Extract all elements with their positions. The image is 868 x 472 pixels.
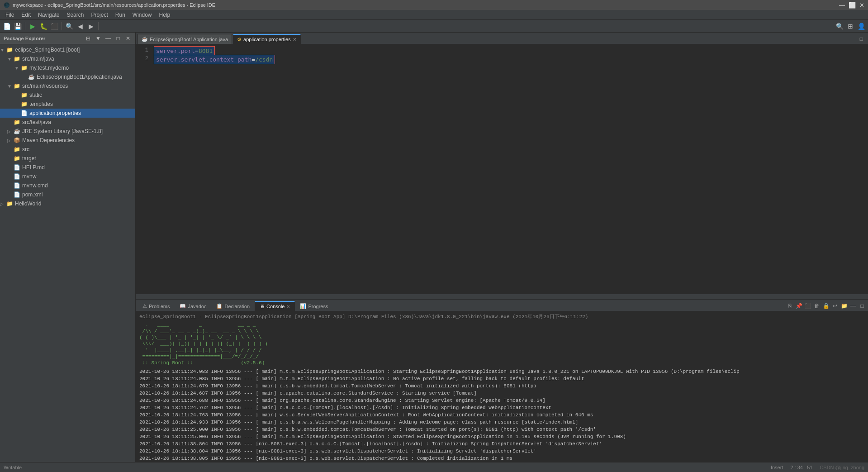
tree-item[interactable]: 📁static xyxy=(0,91,135,100)
tree-icon: ☕ xyxy=(14,128,20,134)
console-tab-icon: 🖥 xyxy=(260,304,265,309)
menu-help[interactable]: Help xyxy=(156,11,174,19)
tree-arrow: ▼ xyxy=(14,66,21,71)
console-log-line: 2021-10-26 18:11:25.000 INFO 13956 --- [… xyxy=(139,426,864,433)
debug-button[interactable]: 🐛 xyxy=(38,21,48,31)
menu-project[interactable]: Project xyxy=(87,11,111,19)
back-button[interactable]: ◀ xyxy=(75,21,85,31)
minimize-button[interactable]: — xyxy=(839,2,845,9)
console-log-line: 2021-10-26 18:11:25.006 INFO 13956 --- [… xyxy=(139,433,864,440)
console-scroll-lock-btn[interactable]: 🔒 xyxy=(822,302,830,310)
bottom-tabs-right: ⎘ 📌 ⬛ 🗑 🔒 ↩ 📁 — □ xyxy=(786,302,866,311)
tree-item[interactable]: ▼📁eclipse_SpringBoot1 [boot] xyxy=(0,45,135,54)
maximize-button[interactable]: ⬜ xyxy=(849,2,856,9)
tab-properties-file[interactable]: ⚙ application.properties ✕ xyxy=(233,34,301,44)
tree-label: mvnw.cmd xyxy=(22,182,48,189)
explorer-collapse-btn[interactable]: ⊟ xyxy=(85,35,92,42)
menu-navigate[interactable]: Navigate xyxy=(34,11,63,19)
console-open-file-btn[interactable]: 📁 xyxy=(840,302,848,310)
search-toolbar-button[interactable]: 🔍 xyxy=(64,21,74,31)
tree-item[interactable]: 📁templates xyxy=(0,100,135,109)
forward-button[interactable]: ▶ xyxy=(86,21,96,31)
toolbar-sep-2 xyxy=(62,22,62,30)
tree-label: Maven Dependencies xyxy=(22,137,75,143)
main-layout: Package Explorer ⊟ ▼ — □ ✕ ▼📁eclipse_Spr… xyxy=(0,33,868,462)
tree-label: HelloWorld xyxy=(15,200,41,207)
menu-search[interactable]: Search xyxy=(63,11,87,19)
menu-run[interactable]: Run xyxy=(112,11,129,19)
tree-icon: 📁 xyxy=(21,65,28,71)
line-number-2: 2 xyxy=(136,55,152,63)
console-copy-btn[interactable]: ⎘ xyxy=(786,302,794,310)
spring-logo: . ____ _ __ _ _ /\\ / ___'_ __ _ _(_)_ _… xyxy=(139,322,864,366)
tree-item[interactable]: ▼📁src/main/resources xyxy=(0,81,135,91)
tree-label: application.properties xyxy=(29,110,81,116)
tab-console[interactable]: 🖥 Console ✕ xyxy=(255,301,295,311)
tree-item[interactable]: ▷📁HelloWorld xyxy=(0,199,135,208)
tree-icon: 📄 xyxy=(14,182,20,189)
explorer-menu-btn[interactable]: ▼ xyxy=(95,35,102,42)
tree-item[interactable]: 📄mvnw xyxy=(0,172,135,181)
tree-item[interactable]: 📄pom.xml xyxy=(0,190,135,199)
menu-window[interactable]: Window xyxy=(129,11,156,19)
console-maximize-btn[interactable]: □ xyxy=(858,302,866,310)
console-word-wrap-btn[interactable]: ↩ xyxy=(831,302,839,310)
editor-hscroll[interactable] xyxy=(136,294,868,299)
explorer-close-btn[interactable]: ✕ xyxy=(124,35,132,42)
tab-declaration[interactable]: 📋 Declaration xyxy=(211,301,255,311)
console-log-line: 2021-10-26 18:11:24.687 INFO 13956 --- [… xyxy=(139,390,864,397)
explorer-min-btn[interactable]: — xyxy=(104,35,112,42)
toolbar-sep-1 xyxy=(25,22,25,30)
tree-icon: 📄 xyxy=(14,191,20,198)
tree-item[interactable]: ▷📦Maven Dependencies xyxy=(0,136,135,145)
editor-maximize-btn[interactable]: □ xyxy=(856,34,866,44)
prop-value-2: /csdn xyxy=(255,56,273,63)
tree-label: templates xyxy=(29,101,53,107)
java-tab-icon: ☕ xyxy=(142,36,148,42)
tree-arrow: ▼ xyxy=(7,57,14,62)
javadoc-tab-label: Javadoc xyxy=(188,304,206,309)
explorer-max-btn[interactable]: □ xyxy=(114,35,122,42)
tree-icon: 📁 xyxy=(21,101,28,107)
editor-line-2: 2 server.servlet.context-path=/csdn xyxy=(136,55,868,63)
title-bar-controls[interactable]: — ⬜ ✕ xyxy=(839,2,864,9)
menu-edit[interactable]: Edit xyxy=(18,11,34,19)
run-button[interactable]: ▶ xyxy=(28,21,38,31)
tree-item[interactable]: 📄mvnw.cmd xyxy=(0,181,135,190)
toolbar-search-input-btn[interactable]: 🔍 xyxy=(835,21,844,31)
tree-arrow: ▷ xyxy=(7,138,14,143)
save-button[interactable]: 💾 xyxy=(13,21,23,31)
tree-item[interactable]: 📁src xyxy=(0,145,135,154)
new-button[interactable]: 📄 xyxy=(2,21,12,31)
console-minimize-btn[interactable]: — xyxy=(849,302,857,310)
console-tab-close[interactable]: ✕ xyxy=(286,304,290,309)
close-button[interactable]: ✕ xyxy=(859,2,864,9)
declaration-tab-icon: 📋 xyxy=(216,303,223,309)
tree-icon: 📁 xyxy=(6,200,13,207)
tree-label: target xyxy=(22,155,36,162)
tree-item[interactable]: 📄application.properties xyxy=(0,109,135,118)
tab-progress[interactable]: 📊 Progress xyxy=(295,301,333,311)
tree-label: src/test/java xyxy=(22,119,51,125)
toolbar-user-btn[interactable]: 👤 xyxy=(856,21,866,31)
tree-item[interactable]: 📁src/test/java xyxy=(0,118,135,127)
tab-java-file[interactable]: ☕ EclipseSpringBoot1Application.java xyxy=(138,34,232,44)
tree-item[interactable]: 📄HELP.md xyxy=(0,163,135,172)
tree-item[interactable]: ☕EclipseSpringBoot1Application.java xyxy=(0,72,135,81)
tree-item[interactable]: ▼📁my.test.mydemo xyxy=(0,63,135,72)
tree-item[interactable]: ▼📁src/main/java xyxy=(0,54,135,63)
console-tab-label: Console xyxy=(266,304,285,309)
tab-javadoc[interactable]: 📖 Javadoc xyxy=(175,301,211,311)
console-pin-btn[interactable]: 📌 xyxy=(795,302,803,310)
toolbar-perspective-btn[interactable]: ⊞ xyxy=(845,21,855,31)
tab-problems[interactable]: ⚠ Problems xyxy=(138,301,175,311)
console-clear-btn[interactable]: 🗑 xyxy=(813,302,821,310)
tree-item[interactable]: 📁target xyxy=(0,154,135,163)
properties-tab-close[interactable]: ✕ xyxy=(293,37,297,43)
console-content[interactable]: eclipse_SpringBoot1 - EclipseSpringBoot1… xyxy=(136,311,868,462)
menu-file[interactable]: File xyxy=(2,11,18,19)
tree-item[interactable]: ▷☕JRE System Library [JavaSE-1.8] xyxy=(0,127,135,136)
console-stop-btn[interactable]: ⬛ xyxy=(804,302,812,310)
editor-content[interactable]: 1 server.port=8081 2 server.servlet.cont… xyxy=(136,44,868,294)
stop-button[interactable]: ⬛ xyxy=(49,21,59,31)
